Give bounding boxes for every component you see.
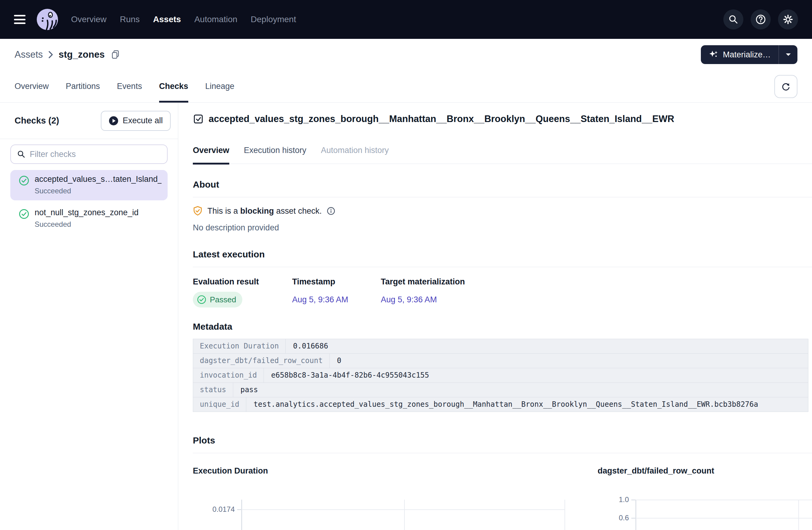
top-nav: Overview Runs Assets Automation Deployme…	[71, 15, 296, 24]
check-list-item-not-null[interactable]: not_null_stg_zones_zone_id Succeeded	[10, 203, 168, 234]
target-materialization-link[interactable]: Aug 5, 9:36 AM	[381, 295, 437, 305]
passed-badge: Passed	[193, 292, 242, 308]
breadcrumb: Assets stg_zones	[15, 49, 120, 60]
divider	[193, 267, 812, 267]
subtab-execution-history[interactable]: Execution history	[244, 146, 306, 164]
check-detail-tabs: Overview Execution history Automation hi…	[193, 146, 812, 164]
check-detail-title: accepted_values_stg_zones_borough__Manha…	[208, 114, 674, 124]
asset-tabs: Overview Partitions Events Checks Lineag…	[0, 70, 812, 103]
blocking-note: This is a blocking asset check.	[193, 206, 812, 216]
search-icon	[17, 150, 26, 159]
table-row: unique_id test.analytics.accepted_values…	[193, 397, 808, 412]
refresh-button[interactable]	[774, 75, 797, 98]
y-axis-tick-label: 1.0	[587, 496, 629, 504]
col-evaluation-result: Evaluation result	[193, 277, 292, 287]
filter-checks-field	[10, 145, 168, 164]
top-navigation-bar: Overview Runs Assets Automation Deployme…	[0, 0, 812, 39]
latest-execution-heading: Latest execution	[193, 248, 812, 261]
copy-icon	[111, 50, 120, 59]
help-icon	[755, 14, 766, 25]
tab-partitions[interactable]: Partitions	[66, 70, 100, 102]
tab-events[interactable]: Events	[117, 70, 142, 102]
tab-lineage[interactable]: Lineage	[205, 70, 234, 102]
divider	[193, 453, 812, 453]
check-list-item-accepted-values[interactable]: accepted_values_s…taten_Island_ Succeede…	[10, 170, 168, 200]
check-success-icon	[19, 209, 29, 229]
table-row: invocation_id e658b8c8-3a1a-4b4f-82b6-4c…	[193, 368, 808, 383]
about-heading: About	[193, 178, 812, 191]
table-row: dagster_dbt/failed_row_count 0	[193, 354, 808, 368]
help-button[interactable]	[751, 10, 771, 29]
breadcrumb-assets-link[interactable]: Assets	[15, 49, 43, 60]
info-icon[interactable]	[327, 207, 335, 215]
metadata-heading: Metadata	[193, 321, 812, 333]
tab-checks[interactable]: Checks	[159, 70, 188, 102]
check-name: accepted_values_s…taten_Island_	[34, 175, 162, 184]
table-row: Execution Duration 0.016686	[193, 339, 808, 354]
checks-count-title: Checks (2)	[15, 116, 59, 126]
divider	[193, 197, 812, 197]
plots-heading: Plots	[193, 435, 812, 446]
menu-icon[interactable]	[14, 15, 26, 24]
asset-check-icon	[193, 114, 204, 124]
topbar-actions	[723, 10, 798, 29]
materialize-split-button: Materialize…	[701, 45, 797, 64]
copy-button[interactable]	[111, 50, 120, 59]
refresh-icon	[780, 81, 791, 92]
search-button[interactable]	[723, 10, 743, 29]
dagster-logo-icon[interactable]	[36, 8, 59, 31]
check-success-icon	[19, 175, 29, 195]
play-circle-icon	[109, 116, 118, 126]
check-name: not_null_stg_zones_zone_id	[34, 208, 139, 217]
shield-check-icon	[193, 206, 203, 216]
failed-row-count-chart: dagster_dbt/failed_row_count 1.0 0.6	[598, 466, 812, 530]
nav-deployment[interactable]: Deployment	[251, 15, 296, 24]
check-success-icon	[197, 295, 206, 304]
gear-icon	[783, 14, 794, 25]
nav-overview[interactable]: Overview	[71, 15, 106, 24]
filter-checks-input[interactable]	[30, 150, 161, 159]
check-status: Succeeded	[34, 220, 139, 229]
col-target-materialization: Target materialization	[381, 277, 812, 287]
nav-runs[interactable]: Runs	[120, 15, 140, 24]
execution-duration-chart: Execution Duration 0.0174	[193, 466, 567, 530]
search-icon	[728, 14, 739, 25]
nav-assets[interactable]: Assets	[153, 15, 181, 24]
y-axis-tick-label: 0.6	[587, 514, 629, 522]
metadata-table: Execution Duration 0.016686 dagster_dbt/…	[193, 339, 808, 412]
latest-execution-summary: Evaluation result Timestamp Target mater…	[193, 277, 812, 308]
materialize-dropdown-button[interactable]	[779, 45, 797, 64]
check-status: Succeeded	[34, 187, 162, 195]
table-row: status pass	[193, 383, 808, 397]
sparkle-icon	[709, 50, 719, 59]
tab-overview[interactable]: Overview	[15, 70, 49, 102]
checks-sidebar: Checks (2) Execute all accepted_values_s…	[0, 103, 178, 530]
col-timestamp: Timestamp	[292, 277, 381, 287]
subtab-automation-history: Automation history	[321, 146, 389, 164]
plots-section: Execution Duration 0.0174 dagster_dbt/fa…	[193, 466, 812, 530]
breadcrumb-row: Assets stg_zones Materialize…	[0, 39, 812, 70]
settings-button[interactable]	[778, 10, 798, 29]
no-description-text: No description provided	[193, 223, 812, 233]
check-detail-panel: accepted_values_stg_zones_borough__Manha…	[178, 103, 812, 530]
breadcrumb-current-asset: stg_zones	[59, 49, 105, 60]
y-axis-tick-label: 0.0174	[193, 505, 235, 514]
timestamp-link[interactable]: Aug 5, 9:36 AM	[292, 295, 348, 305]
caret-down-icon	[786, 53, 791, 56]
materialize-button[interactable]: Materialize…	[701, 45, 779, 64]
subtab-overview[interactable]: Overview	[193, 146, 229, 164]
chevron-right-icon	[48, 51, 53, 59]
execute-all-button[interactable]: Execute all	[101, 111, 171, 131]
nav-automation[interactable]: Automation	[194, 15, 237, 24]
checks-list: accepted_values_s…taten_Island_ Succeede…	[0, 169, 178, 235]
